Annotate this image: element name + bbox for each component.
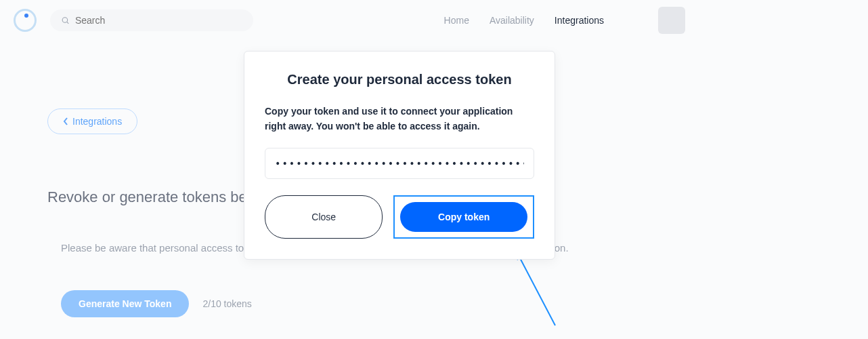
back-label: Integrations	[72, 116, 122, 127]
search-box[interactable]	[50, 9, 253, 31]
svg-point-0	[62, 18, 68, 23]
token-count: 2/10 tokens	[202, 298, 251, 309]
app-logo[interactable]	[14, 9, 37, 32]
back-to-integrations[interactable]: Integrations	[47, 108, 137, 134]
search-input[interactable]	[75, 15, 242, 26]
chevron-left-icon	[63, 117, 68, 125]
nav-integrations[interactable]: Integrations	[555, 15, 604, 26]
avatar[interactable]	[658, 7, 685, 34]
close-button[interactable]: Close	[265, 195, 383, 239]
copy-token-button[interactable]: Copy token	[400, 202, 527, 232]
nav-availability[interactable]: Availability	[490, 15, 534, 26]
annotation-arrow	[515, 251, 569, 332]
svg-line-1	[67, 22, 68, 23]
main-nav: Home Availability Integrations	[444, 15, 604, 26]
token-value-field[interactable]	[265, 148, 534, 179]
copy-highlight-box: Copy token	[393, 195, 534, 239]
search-icon	[61, 16, 70, 25]
generate-token-button[interactable]: Generate New Token	[61, 290, 189, 317]
modal-title: Create your personal access token	[265, 72, 534, 87]
svg-line-2	[518, 254, 555, 325]
nav-home[interactable]: Home	[444, 15, 469, 26]
modal-description: Copy your token and use it to connect yo…	[265, 104, 534, 134]
create-token-modal: Create your personal access token Copy y…	[244, 51, 555, 260]
